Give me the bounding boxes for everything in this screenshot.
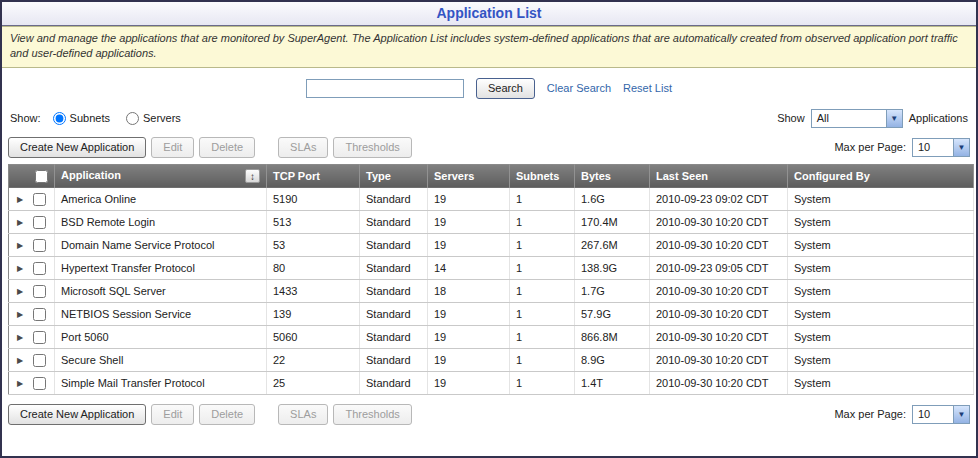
cell-bytes: 1.4T xyxy=(575,371,650,394)
cell-last-seen: 2010-09-30 10:20 CDT xyxy=(650,302,788,325)
max-per-page-group: Max per Page: 10 ▼ xyxy=(834,138,970,157)
cell-last-seen: 2010-09-23 09:05 CDT xyxy=(650,256,788,279)
row-expander-icon[interactable]: ▶ xyxy=(17,195,29,204)
cell-configured-by: System xyxy=(788,371,974,394)
delete-button[interactable]: Delete xyxy=(199,137,255,158)
show-radio-subnets[interactable] xyxy=(53,112,66,125)
cell-configured-by: System xyxy=(788,302,974,325)
cell-configured-by: System xyxy=(788,210,974,233)
row-checkbox[interactable] xyxy=(33,216,46,229)
row-checkbox[interactable] xyxy=(33,377,46,390)
cell-subnets: 1 xyxy=(510,233,575,256)
create-new-application-button[interactable]: Create New Application xyxy=(8,137,146,158)
cell-type: Standard xyxy=(360,279,428,302)
cell-configured-by: System xyxy=(788,256,974,279)
cell-subnets: 1 xyxy=(510,279,575,302)
slas-button[interactable]: SLAs xyxy=(278,404,328,425)
cell-configured-by: System xyxy=(788,233,974,256)
cell-bytes: 138.9G xyxy=(575,256,650,279)
cell-last-seen: 2010-09-30 10:20 CDT xyxy=(650,279,788,302)
cell-type: Standard xyxy=(360,302,428,325)
row-expander-icon[interactable]: ▶ xyxy=(17,333,29,342)
cell-application: Domain Name Service Protocol xyxy=(55,233,267,256)
page-title: Application List xyxy=(2,2,976,26)
cell-tcp-port: 1433 xyxy=(267,279,360,302)
delete-button[interactable]: Delete xyxy=(199,404,255,425)
clear-search-link[interactable]: Clear Search xyxy=(547,82,611,94)
row-checkbox[interactable] xyxy=(33,262,46,275)
cell-configured-by: System xyxy=(788,348,974,371)
row-expander-icon[interactable]: ▶ xyxy=(17,218,29,227)
cell-application: Hypertext Transfer Protocol xyxy=(55,256,267,279)
cell-application: NETBIOS Session Service xyxy=(55,302,267,325)
row-checkbox[interactable] xyxy=(33,239,46,252)
row-checkbox[interactable] xyxy=(33,354,46,367)
row-expander-icon[interactable]: ▶ xyxy=(17,379,29,388)
table-row: ▶NETBIOS Session Service139Standard19157… xyxy=(9,302,974,325)
cell-type: Standard xyxy=(360,233,428,256)
cell-application: America Online xyxy=(55,188,267,211)
row-checkbox[interactable] xyxy=(33,331,46,344)
applications-filter-label: Show xyxy=(777,112,805,124)
application-table: ↕ Application TCP Port Type Servers Subn… xyxy=(8,164,974,395)
table-row: ▶Secure Shell22Standard1918.9G2010-09-30… xyxy=(9,348,974,371)
row-expander-icon[interactable]: ▶ xyxy=(17,287,29,296)
show-radio-subnets-label: Subnets xyxy=(70,112,110,124)
cell-type: Standard xyxy=(360,348,428,371)
cell-configured-by: System xyxy=(788,325,974,348)
cell-tcp-port: 80 xyxy=(267,256,360,279)
cell-last-seen: 2010-09-23 09:02 CDT xyxy=(650,188,788,211)
applications-filter-value: All xyxy=(812,110,886,127)
cell-type: Standard xyxy=(360,325,428,348)
select-all-checkbox[interactable] xyxy=(35,170,48,183)
row-checkbox[interactable] xyxy=(33,285,46,298)
row-expander-icon[interactable]: ▶ xyxy=(17,264,29,273)
applications-filter-suffix: Applications xyxy=(909,112,968,124)
cell-subnets: 1 xyxy=(510,210,575,233)
row-expander-icon[interactable]: ▶ xyxy=(17,310,29,319)
table-header-row: ↕ Application TCP Port Type Servers Subn… xyxy=(9,164,974,188)
cell-servers: 19 xyxy=(428,233,510,256)
cell-tcp-port: 5190 xyxy=(267,188,360,211)
table-row: ▶Hypertext Transfer Protocol80Standard14… xyxy=(9,256,974,279)
applications-filter-group: Show All ▼ Applications xyxy=(777,109,968,128)
show-toggle-group: Show: Subnets Servers xyxy=(10,112,181,125)
cell-application: Port 5060 xyxy=(55,325,267,348)
application-table-body: ▶America Online5190Standard1911.6G2010-0… xyxy=(9,188,974,395)
thresholds-button[interactable]: Thresholds xyxy=(333,137,411,158)
search-button[interactable]: Search xyxy=(476,78,535,99)
applications-filter-select[interactable]: All ▼ xyxy=(811,109,903,128)
edit-button[interactable]: Edit xyxy=(151,137,194,158)
cell-type: Standard xyxy=(360,188,428,211)
edit-button[interactable]: Edit xyxy=(151,404,194,425)
row-checkbox[interactable] xyxy=(33,308,46,321)
show-radio-servers-label: Servers xyxy=(143,112,181,124)
cell-subnets: 1 xyxy=(510,348,575,371)
cell-bytes: 8.9G xyxy=(575,348,650,371)
show-radio-servers[interactable] xyxy=(126,112,139,125)
cell-tcp-port: 513 xyxy=(267,210,360,233)
max-per-page-select[interactable]: 10 ▼ xyxy=(912,405,970,424)
sort-icon[interactable]: ↕ xyxy=(245,169,260,183)
cell-tcp-port: 22 xyxy=(267,348,360,371)
reset-list-link[interactable]: Reset List xyxy=(623,82,672,94)
cell-subnets: 1 xyxy=(510,325,575,348)
column-header-configured-by: Configured By xyxy=(788,164,974,188)
search-input[interactable] xyxy=(306,79,464,98)
row-checkbox[interactable] xyxy=(33,193,46,206)
thresholds-button[interactable]: Thresholds xyxy=(333,404,411,425)
cell-bytes: 267.6M xyxy=(575,233,650,256)
cell-last-seen: 2010-09-30 10:20 CDT xyxy=(650,371,788,394)
row-expander-icon[interactable]: ▶ xyxy=(17,356,29,365)
cell-servers: 14 xyxy=(428,256,510,279)
column-header-servers: Servers xyxy=(428,164,510,188)
max-per-page-select[interactable]: 10 ▼ xyxy=(912,138,970,157)
chevron-down-icon: ▼ xyxy=(886,110,902,127)
create-new-application-button[interactable]: Create New Application xyxy=(8,404,146,425)
row-expander-icon[interactable]: ▶ xyxy=(17,241,29,250)
slas-button[interactable]: SLAs xyxy=(278,137,328,158)
table-row: ▶BSD Remote Login513Standard191170.4M201… xyxy=(9,210,974,233)
cell-bytes: 170.4M xyxy=(575,210,650,233)
cell-type: Standard xyxy=(360,256,428,279)
search-bar: Search Clear Search Reset List xyxy=(2,68,976,101)
